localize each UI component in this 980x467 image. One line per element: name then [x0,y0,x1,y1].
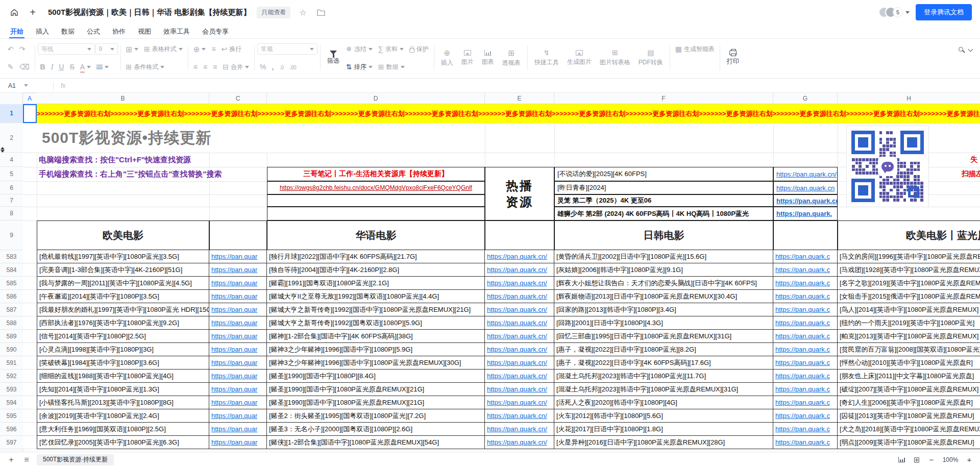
pan-link[interactable]: https://pan.quar [209,396,267,409]
menu-formula[interactable]: 公式 [81,24,106,38]
empty-cell[interactable] [23,250,37,263]
pan-link[interactable]: https://pan.quark.cn/ [485,423,554,436]
movie-title-cell[interactable]: [马戏团][1928][英语中字][1080P蓝光原盘REMUX] [838,263,980,277]
redo-icon[interactable] [17,43,28,55]
menu-start[interactable]: 开始 [4,24,30,38]
sheet-tab[interactable]: 500T影视资源·持续更新 [37,454,114,465]
movie-title-cell[interactable]: [犬之岛][2018][英语中字][1080P蓝光原盘REMUX] [838,423,980,436]
pan-link[interactable]: https://pan.quark.cn/ [485,303,554,316]
movie-title-cell[interactable]: [余波][2019][英语中字][1080P蓝光][2.4G] [37,409,209,423]
hot-label-cell[interactable]: 热播资源 [485,167,554,220]
number-format-select[interactable]: 常规 [257,43,317,55]
pan-link[interactable]: https://pan.quark.cn/ [485,356,554,370]
sum-button[interactable]: 求和 [376,43,406,55]
row-number[interactable]: 594 [0,396,23,409]
pan-link[interactable]: https://pan.quark.c [773,250,838,263]
movie-title-cell[interactable]: [笑破铁幕][1984][英语中字][1080P][3.6G] [37,356,209,370]
pan-link[interactable]: https://pan.quar [209,423,267,436]
pan-link[interactable]: https://pan.quark.c [773,396,838,409]
pan-link[interactable]: https://pan.quark.c [773,436,838,449]
pan-link[interactable]: https://pan.quark.cn/ [485,396,554,409]
movie-title-cell[interactable]: [赌圣][1990][国语中字][1080P蓝光原盘REMUX][21G] [267,383,485,396]
empty-cell[interactable] [23,303,37,316]
pan-link[interactable]: https://pan.quark.c [773,370,838,383]
empty-cell[interactable] [23,330,37,343]
pan-link[interactable]: https://pan.quar [209,409,267,423]
row-number[interactable]: 597 [0,436,23,449]
empty-cell[interactable] [209,220,267,250]
table-style-button[interactable]: 表格样式 [141,43,185,55]
menu-vip[interactable]: 会员专享 [196,24,235,38]
undo-icon[interactable] [5,43,16,55]
login-button[interactable]: 登录腾讯文档 [916,4,972,20]
insert-image-button[interactable]: 图片 [457,41,478,75]
movie-title-cell[interactable]: [我最好朋友的婚礼][1997][英语中字][1080P蓝光 HDR][15G] [37,303,209,316]
pan-link[interactable]: https://pan.quar [209,356,267,370]
new-doc-icon[interactable] [27,6,39,18]
movie-title-cell[interactable]: [赌城大亨之新哥传奇][1992][国粤双语][1080P][5.9G] [267,316,485,330]
empty-cell[interactable] [267,194,485,207]
movie-title-cell[interactable]: [赌圣3：无名小子][2000][国粤双语][1080P][2.6G] [267,423,485,436]
movie-title-cell[interactable]: [混凝土乌托邦][2023][韩语中字][1080P蓝光原盘REMUX][31G… [554,383,773,396]
pan-link[interactable]: https://pan.quark.c [773,263,838,277]
pan-link[interactable]: https://pan.quark.cn/ [485,250,554,263]
empty-cell[interactable] [23,277,37,290]
borders-icon[interactable] [124,43,141,55]
section-header-western[interactable]: 欧美电影 [37,220,209,250]
generate-image-button[interactable]: 生成图片 [563,41,596,75]
hot-title-cell[interactable]: [昨日青春][2024] [554,181,773,194]
pan-link[interactable]: https://pan.quark.c [773,277,838,290]
empty-cell[interactable] [23,290,37,303]
empty-cell[interactable] [23,436,37,449]
row-number[interactable]: 596 [0,423,23,436]
banner-row[interactable]: >>>>>>>更多资源往右划>>>>>>>更多资源往右划>>>>>>>更多资源往… [23,104,980,123]
movie-title-cell[interactable]: [赌霸][1991][国粤双语][1080P蓝光][2.1G] [267,277,485,290]
image-to-table-button[interactable]: 图片转表格 [596,41,634,75]
bold-icon[interactable] [38,61,48,73]
pan-link[interactable]: https://pan.quark.c [773,356,838,370]
menu-tools[interactable]: 效率工具 [157,24,196,38]
row-number[interactable]: 5 [0,167,23,181]
row-number[interactable]: 589 [0,330,23,343]
pan-link[interactable]: https://pan.quar [209,303,267,316]
section-header-jk[interactable]: 日韩电影 [554,220,773,250]
select-all-corner[interactable] [0,93,23,104]
tip-mobile-cell[interactable]: 手机端搜索查找：右上角"三"按钮点击"查找替换"搜索 [39,167,222,181]
feishu-link[interactable]: https://owgs8g2chb.feishu.cn/docx/GMQMdg… [280,184,472,191]
movie-title-cell[interactable]: [怦然心动][2010][英语中字][1080P蓝光原盘R] [838,356,980,370]
pan-link[interactable]: https://pan.quark.c [773,316,838,330]
movie-title-cell[interactable]: [心灵点滴][1998][英语中字][1080P][3G] [37,343,209,356]
pan-link[interactable]: https://pan.quar [209,263,267,277]
empty-cell[interactable] [23,409,37,423]
column-header-D[interactable]: D [267,93,485,104]
pan-link[interactable]: https://pan.quar [209,250,267,263]
movie-title-cell[interactable]: [纽约的一个雨天][2019][英语中字][1080P蓝光] [838,316,980,330]
clear-format-icon[interactable] [17,61,32,73]
folder-icon[interactable] [315,6,327,18]
hot-title-cell[interactable]: 雄狮少年 第2部 (2024) 4K 60FPS高码丨4K HQ高码丨1080P… [554,207,773,220]
sheet-title-cell[interactable]: 500T影视资源•持续更新 [37,123,485,153]
movie-title-cell[interactable]: [帕克][2013][英语中字][1080P蓝光原盘REMUX] [838,330,980,343]
movie-title-cell[interactable]: [细细的蓝线][1988][英语中字][1080P蓝光][4G] [37,370,209,383]
movie-title-cell[interactable]: [先知][2014][英语中字][1080P蓝光][1.3G] [37,383,209,396]
movie-title-cell[interactable]: [惠子，凝视][2022][日语中字][4K 60FPS高码][17.6G] [554,356,773,370]
movie-title-cell[interactable]: [小镇怪客托马斯][2013][英语中字][1080P][8G] [37,396,209,409]
movie-title-cell[interactable]: [意大利任务][1969][国英双语][1080P][2.5G] [37,423,209,436]
empty-cell[interactable] [773,220,838,250]
empty-cell[interactable] [23,370,37,383]
pan-link[interactable]: https://pan.quark.cn [773,194,838,207]
underline-icon[interactable] [56,61,66,73]
movie-title-cell[interactable]: [赌城大亨之新哥传奇][1992][国语中字][1080P蓝光原盘REMUX][… [267,303,485,316]
movie-title-cell[interactable]: [我与梦露的一周][2011][英语中字][1080P蓝光][4.5G] [37,277,209,290]
row-number[interactable]: 588 [0,316,23,330]
movie-title-cell[interactable]: [奇幻人生][2006][英语中字][1080P蓝光原盘R] [838,396,980,409]
conditional-format-button[interactable]: 条件格式 [124,61,167,73]
pan-link[interactable]: https://pan.quark.c [773,343,838,356]
row-number[interactable]: 593 [0,383,23,396]
freeze-button[interactable]: 冻结 [344,43,375,55]
movie-title-cell[interactable]: [辉夜姬物语][2013][日语中字][1080P蓝光原盘REMUX][30.4… [554,290,773,303]
increase-decimal-icon[interactable] [287,61,299,73]
align-left-icon[interactable] [191,61,200,73]
row-number[interactable]: 583 [0,250,23,263]
percent-icon[interactable] [257,61,268,73]
